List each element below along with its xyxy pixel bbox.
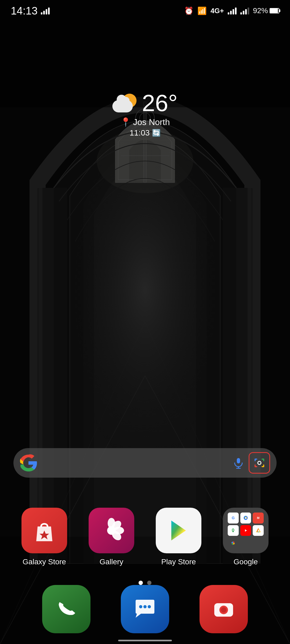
phone-icon xyxy=(42,585,90,633)
weather-time: 11:03 🔄 xyxy=(129,128,160,137)
galaxy-store-label: Galaxy Store xyxy=(23,558,66,566)
google-folder-icon: G M xyxy=(223,508,269,553)
lens-search-button[interactable] xyxy=(249,452,270,474)
weather-location: 📍 Jos North xyxy=(120,117,170,127)
app-galaxy-store[interactable]: Galaxy Store xyxy=(13,508,75,566)
dock xyxy=(0,585,290,633)
app-play-store[interactable]: Play Store xyxy=(148,508,209,566)
weather-widget[interactable]: 26° 📍 Jos North 11:03 🔄 xyxy=(112,91,177,137)
mini-gmail-icon: M xyxy=(253,513,264,524)
battery-percentage: 92% xyxy=(253,6,268,15)
svg-point-24 xyxy=(258,461,261,464)
signal-icon-1 xyxy=(228,7,237,14)
signal-icon xyxy=(41,7,50,14)
page-indicators xyxy=(139,581,151,585)
svg-rect-21 xyxy=(237,458,240,463)
app-grid: Galaxy Store Gallery xyxy=(0,508,290,566)
svg-marker-30 xyxy=(171,521,186,540)
status-right: ⏰ 📶 4G+ 92% xyxy=(184,6,279,15)
svg-marker-35 xyxy=(245,529,247,532)
dock-messages[interactable] xyxy=(121,585,169,633)
voice-search-button[interactable] xyxy=(230,455,247,471)
play-store-label: Play Store xyxy=(161,558,196,566)
refresh-icon: 🔄 xyxy=(152,129,161,137)
messages-icon xyxy=(121,585,169,633)
google-logo xyxy=(20,454,37,471)
status-time: 14:13 xyxy=(11,5,38,17)
mini-maps-icon xyxy=(228,525,239,536)
mini-youtube-icon xyxy=(240,525,251,536)
svg-point-39 xyxy=(139,605,142,608)
alarm-icon: ⏰ xyxy=(184,6,194,15)
network-type: 4G+ xyxy=(211,7,224,15)
location-pin-icon: 📍 xyxy=(120,117,131,127)
svg-point-33 xyxy=(245,517,246,519)
mini-photos-icon xyxy=(228,537,239,548)
page-dot-1 xyxy=(147,581,151,585)
play-store-icon xyxy=(156,508,201,553)
app-google-folder[interactable]: G M xyxy=(215,508,277,566)
svg-point-41 xyxy=(148,605,151,608)
mini-empty-2 xyxy=(253,537,264,548)
status-left: 14:13 xyxy=(11,5,50,17)
battery-icon xyxy=(270,8,279,13)
weather-temperature: 26° xyxy=(142,91,177,115)
camera-icon xyxy=(200,585,248,633)
wifi-icon: 📶 xyxy=(197,6,207,15)
dock-camera[interactable] xyxy=(200,585,248,633)
status-bar: 14:13 ⏰ 📶 4G+ 92% xyxy=(0,0,290,21)
google-folder-label: Google xyxy=(234,558,258,566)
svg-point-44 xyxy=(221,607,226,613)
svg-point-29 xyxy=(107,526,116,535)
mini-chrome-icon xyxy=(240,513,251,524)
app-gallery[interactable]: Gallery xyxy=(81,508,142,566)
mini-empty-1 xyxy=(240,537,251,548)
weather-condition-icon xyxy=(112,94,136,112)
gallery-label: Gallery xyxy=(100,558,124,566)
galaxy-store-icon xyxy=(21,508,67,553)
signal-icon-2 xyxy=(240,7,249,14)
mini-google-icon: G xyxy=(228,513,239,524)
battery-indicator: 92% xyxy=(253,6,279,15)
weather-top: 26° xyxy=(112,91,177,115)
mini-drive-icon xyxy=(253,525,264,536)
dock-phone[interactable] xyxy=(42,585,90,633)
page-dot-0 xyxy=(139,581,143,585)
google-search-bar[interactable] xyxy=(13,448,277,478)
home-indicator[interactable] xyxy=(118,640,172,641)
svg-point-45 xyxy=(229,604,232,606)
gallery-icon xyxy=(89,508,134,553)
cloud-icon xyxy=(112,100,133,112)
svg-point-40 xyxy=(143,605,147,608)
svg-point-34 xyxy=(233,529,234,531)
